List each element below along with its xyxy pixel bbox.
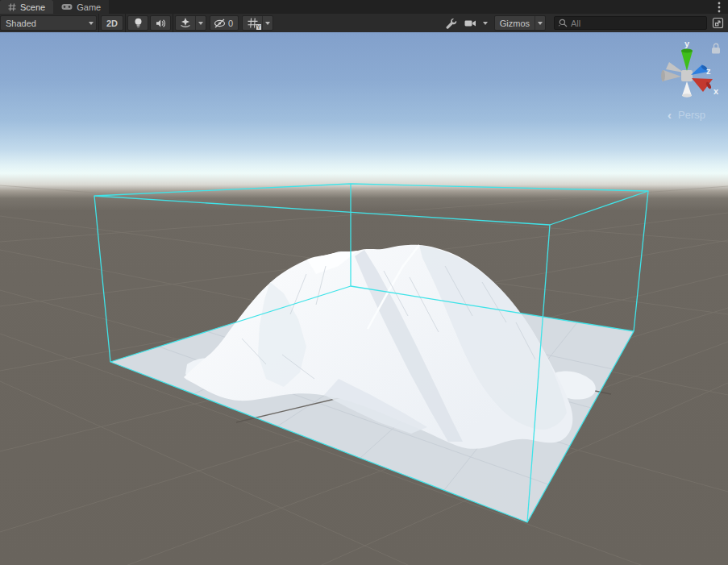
axis-x-cone[interactable]	[692, 78, 713, 92]
projection-label: Persp	[678, 109, 705, 121]
effects-dropdown-arrow[interactable]	[195, 16, 206, 30]
hidden-objects-button[interactable]: 0	[210, 15, 239, 31]
lighting-toggle-button[interactable]	[127, 15, 148, 31]
axis-neg-z-cone[interactable]	[666, 62, 684, 73]
toolbar-separator	[173, 14, 173, 32]
scene-grid-icon	[8, 3, 16, 11]
toolbar-separator	[98, 14, 99, 32]
axis-neg-x-cone[interactable]	[661, 70, 681, 81]
grid-dropdown-arrow[interactable]	[262, 16, 272, 30]
search-icon	[559, 19, 568, 27]
axis-z-label: z	[706, 66, 711, 76]
orientation-gizmo[interactable]: y z x	[661, 39, 719, 98]
tab-scene-label: Scene	[20, 2, 45, 12]
axis-y-label: y	[684, 39, 690, 48]
maximize-icon	[712, 17, 724, 29]
draw-mode-label: Shaded	[1, 19, 41, 28]
camera-dropdown-arrow[interactable]	[480, 15, 491, 31]
maximize-button[interactable]	[712, 17, 724, 29]
scene-render: y z x ‹ Persp	[0, 32, 728, 565]
chevron-down-icon	[85, 16, 96, 30]
grid-axis-label: Y	[256, 24, 262, 30]
projection-chevron-icon: ‹	[668, 108, 672, 122]
effects-star-icon	[176, 16, 195, 30]
speaker-icon	[151, 16, 170, 30]
axis-y-cone[interactable]	[681, 49, 693, 71]
scene-viewport[interactable]: y z x ‹ Persp	[0, 32, 728, 565]
axis-z-cone[interactable]	[691, 64, 708, 75]
tab-scene[interactable]: Scene	[0, 0, 53, 14]
camera-icon	[461, 15, 480, 31]
2d-toggle-button[interactable]: 2D	[101, 15, 123, 31]
tab-game-label: Game	[77, 2, 101, 12]
hidden-count-label: 0	[228, 19, 238, 28]
audio-toggle-button[interactable]	[150, 15, 171, 31]
effects-toggle-button[interactable]	[175, 15, 206, 31]
lightbulb-icon	[128, 16, 148, 30]
axis-x-label: x	[713, 86, 719, 96]
lock-icon[interactable]	[712, 44, 720, 53]
grid-visibility-button[interactable]: Y	[242, 15, 273, 31]
wrench-icon	[442, 15, 461, 31]
projection-toggle[interactable]: ‹ Persp	[668, 108, 705, 122]
toolbar-separator	[125, 14, 126, 32]
camera-settings-button[interactable]	[461, 15, 491, 31]
gizmo-center-cube[interactable]	[681, 70, 693, 81]
gizmos-label: Gizmos	[495, 19, 535, 28]
scene-view-window: Scene Game Shaded 2D	[0, 0, 728, 565]
2d-toggle-label: 2D	[102, 19, 123, 28]
eye-slash-icon	[210, 16, 228, 30]
gamepad-icon	[61, 3, 73, 10]
gizmos-dropdown-arrow[interactable]	[535, 16, 545, 30]
grid-icon: Y	[243, 16, 262, 30]
kebab-menu-icon	[718, 2, 721, 13]
scene-toolbar: Shaded 2D	[0, 14, 728, 32]
draw-mode-dropdown[interactable]: Shaded	[0, 15, 97, 31]
tab-bar: Scene Game	[0, 0, 728, 14]
gizmos-dropdown[interactable]: Gizmos	[494, 15, 546, 31]
tab-game[interactable]: Game	[53, 0, 109, 14]
component-tools-button[interactable]	[442, 15, 461, 31]
scene-search-field[interactable]	[554, 16, 707, 30]
search-input[interactable]	[571, 19, 702, 28]
window-menu-button[interactable]	[710, 0, 728, 14]
axis-neg-y-cone[interactable]	[682, 81, 692, 98]
